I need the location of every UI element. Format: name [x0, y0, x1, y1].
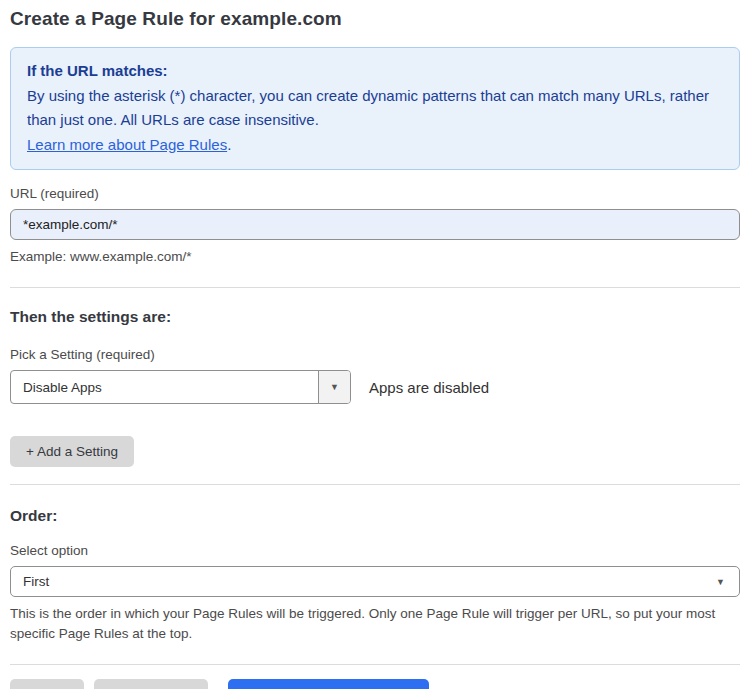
info-box-heading: If the URL matches: — [27, 59, 723, 84]
save-and-deploy-button[interactable]: Save and Deploy Page Rule — [228, 679, 430, 689]
setting-dropdown-value: Disable Apps — [11, 371, 318, 403]
save-as-draft-button[interactable]: Save as Draft — [94, 679, 208, 689]
divider — [10, 484, 740, 485]
link-period: . — [227, 136, 231, 153]
order-select-label: Select option — [10, 543, 740, 558]
info-box-link-line: Learn more about Page Rules. — [27, 133, 723, 158]
add-setting-button[interactable]: + Add a Setting — [10, 436, 134, 467]
setting-row: Disable Apps ▼ Apps are disabled — [10, 370, 740, 404]
order-select-value: First — [23, 574, 49, 589]
pick-setting-label: Pick a Setting (required) — [10, 347, 740, 362]
order-heading: Order: — [10, 507, 740, 525]
divider — [10, 664, 740, 665]
url-match-info-box: If the URL matches: By using the asteris… — [10, 47, 740, 170]
chevron-down-icon: ▼ — [716, 577, 725, 587]
info-box-body: By using the asterisk (*) character, you… — [27, 84, 723, 133]
page-title: Create a Page Rule for example.com — [10, 8, 740, 30]
setting-dropdown-caret-button[interactable]: ▼ — [318, 371, 350, 403]
setting-dropdown[interactable]: Disable Apps ▼ — [10, 370, 351, 404]
order-help-text: This is the order in which your Page Rul… — [10, 604, 722, 644]
learn-more-link[interactable]: Learn more about Page Rules — [27, 136, 227, 153]
url-example-text: Example: www.example.com/* — [10, 247, 740, 267]
setting-status-text: Apps are disabled — [369, 379, 489, 396]
url-input[interactable] — [10, 209, 740, 240]
divider — [10, 287, 740, 288]
cancel-button[interactable]: Cancel — [10, 679, 84, 689]
order-select[interactable]: First ▼ — [10, 566, 740, 597]
url-label: URL (required) — [10, 186, 740, 201]
settings-heading: Then the settings are: — [10, 308, 740, 326]
chevron-down-icon: ▼ — [330, 382, 339, 392]
footer-button-row: Cancel Save as Draft Save and Deploy Pag… — [10, 679, 740, 689]
